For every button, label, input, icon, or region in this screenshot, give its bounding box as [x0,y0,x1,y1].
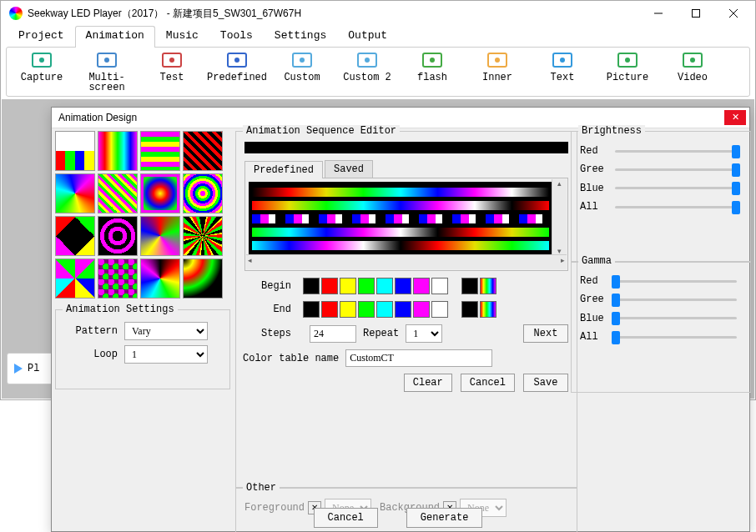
toolbar-picture[interactable]: Picture [597,51,658,93]
pattern-thumb[interactable] [183,216,223,256]
svg-point-2 [39,58,44,63]
pattern-label: Pattern [64,325,118,337]
window-title: Seekway LED Player（2017） - 新建项目5_SW301_6… [28,8,639,19]
scrollbar-horizontal[interactable] [246,254,567,269]
slider-all[interactable] [615,336,737,339]
svg-point-16 [495,58,500,63]
menu-tools[interactable]: Tools [209,26,264,48]
toolbar-inner[interactable]: Inner [467,51,527,93]
svg-point-8 [234,58,239,63]
svg-point-20 [625,58,630,63]
begin-label: Begin [244,280,291,292]
swatch-red[interactable] [321,301,338,318]
swatch-black[interactable] [461,278,478,294]
pattern-thumb[interactable] [183,258,223,299]
toolbar-text[interactable]: Text [532,51,592,93]
pattern-thumb[interactable] [55,173,95,213]
slider-red[interactable] [615,280,737,283]
toolbar-predefined[interactable]: Predefined [207,51,267,93]
slider-blue[interactable] [615,317,737,319]
slider-gree[interactable] [615,299,737,301]
preset-row[interactable] [252,241,549,250]
swatch-white[interactable] [431,301,448,318]
toolbar-custom[interactable]: Custom [272,51,332,93]
pattern-thumb[interactable] [140,131,180,171]
svg-point-22 [690,58,695,63]
swatch-blue[interactable] [395,278,411,294]
dialog-title: Animation Design [55,112,724,123]
pattern-thumb[interactable] [140,258,180,299]
toolbar-flash[interactable]: flash [402,51,462,93]
swatch-grad[interactable] [480,301,496,318]
swatch-mag[interactable] [413,278,430,294]
pattern-thumb[interactable] [98,258,138,299]
menu-settings[interactable]: Settings [264,26,337,48]
pattern-thumb[interactable] [140,173,180,213]
swatch-lime[interactable] [358,301,375,318]
clear-button[interactable]: Clear [404,374,452,392]
swatch-blue[interactable] [395,301,411,318]
end-label: End [244,304,291,315]
swatch-cyan[interactable] [376,278,393,294]
pattern-thumb[interactable] [55,258,95,299]
steps-input[interactable] [310,325,356,343]
swatch-grad[interactable] [480,278,496,294]
pattern-thumb[interactable] [183,173,223,213]
pattern-thumb[interactable] [98,216,138,256]
cancel-seq-button[interactable]: Cancel [461,374,515,392]
preset-row[interactable] [252,214,549,223]
swatch-yellow[interactable] [340,278,356,294]
preset-tabs: PredefinedSaved [244,160,568,178]
swatch-black[interactable] [303,278,320,294]
generate-button[interactable]: Generate [406,508,483,528]
loop-select[interactable]: 1 [124,345,208,364]
next-button[interactable]: Next [523,324,568,343]
preset-row[interactable] [252,228,549,237]
pattern-thumb[interactable] [98,131,138,171]
menu-animation[interactable]: Animation [75,26,155,48]
scrollbar-vertical[interactable] [552,179,567,255]
menu-music[interactable]: Music [155,26,209,48]
pattern-thumb[interactable] [55,216,95,256]
dialog-cancel-button[interactable]: Cancel [314,508,378,528]
slider-red[interactable] [615,150,737,153]
preset-row[interactable] [252,201,549,210]
slider-gree[interactable] [615,168,737,171]
pattern-thumb[interactable] [98,173,138,213]
swatch-yellow[interactable] [340,301,356,318]
tab-predefined[interactable]: Predefined [244,161,323,178]
repeat-select[interactable]: 1 [406,324,442,343]
color-table-name-input[interactable] [345,349,492,367]
slider-label: All [580,201,610,213]
save-button[interactable]: Save [523,374,568,392]
pattern-select[interactable]: Vary [124,322,208,340]
swatch-red[interactable] [321,278,338,294]
minimize-button[interactable] [639,2,677,25]
swatch-black[interactable] [461,301,478,318]
play-icon[interactable] [14,364,23,374]
menu-output[interactable]: Output [337,26,398,48]
dialog-close-button[interactable]: ✕ [724,110,746,125]
toolbar-capture[interactable]: Capture [12,51,72,93]
toolbar-custom-2[interactable]: Custom 2 [337,51,397,93]
close-button[interactable] [714,2,752,25]
pattern-thumb[interactable] [55,131,95,171]
toolbar-multi-screen[interactable]: Multi-screen [77,51,137,93]
tab-saved[interactable]: Saved [325,160,373,178]
maximize-button[interactable] [677,2,714,25]
slider-label: Red [580,145,610,157]
toolbar-video[interactable]: Video [663,51,723,93]
swatch-white[interactable] [431,278,448,294]
pattern-thumb[interactable] [140,216,180,256]
pattern-thumb[interactable] [183,131,223,171]
swatch-lime[interactable] [358,278,375,294]
menu-project[interactable]: Project [8,26,75,48]
preset-row[interactable] [252,188,549,197]
swatch-black[interactable] [303,301,320,318]
swatch-mag[interactable] [413,301,430,318]
toolbar-test[interactable]: Test [142,51,202,93]
loop-label: Loop [64,349,118,360]
slider-all[interactable] [615,206,737,208]
swatch-cyan[interactable] [376,301,393,318]
slider-blue[interactable] [615,187,737,189]
